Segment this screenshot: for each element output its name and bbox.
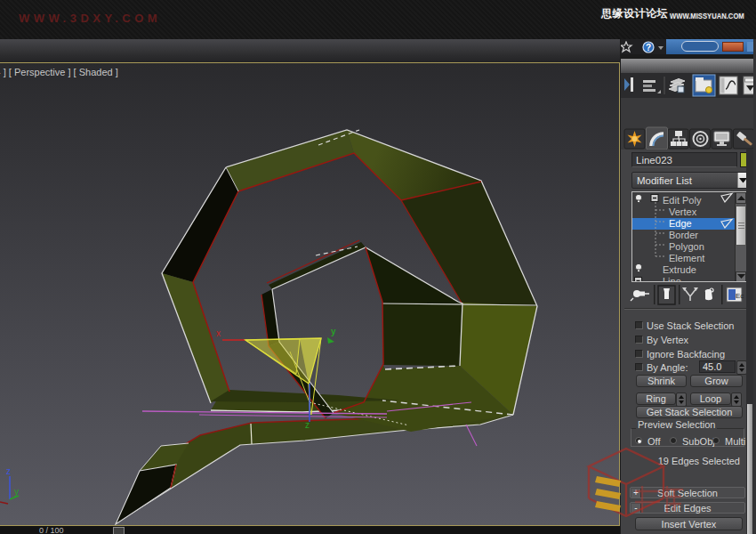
- svg-text:?: ?: [646, 43, 651, 53]
- svg-text:Ec: Ec: [736, 292, 744, 300]
- svg-text:z: z: [305, 420, 310, 430]
- svg-text:x: x: [216, 328, 221, 338]
- svg-text:z: z: [6, 466, 11, 476]
- svg-text:y: y: [331, 327, 336, 336]
- svg-text:y: y: [14, 487, 19, 497]
